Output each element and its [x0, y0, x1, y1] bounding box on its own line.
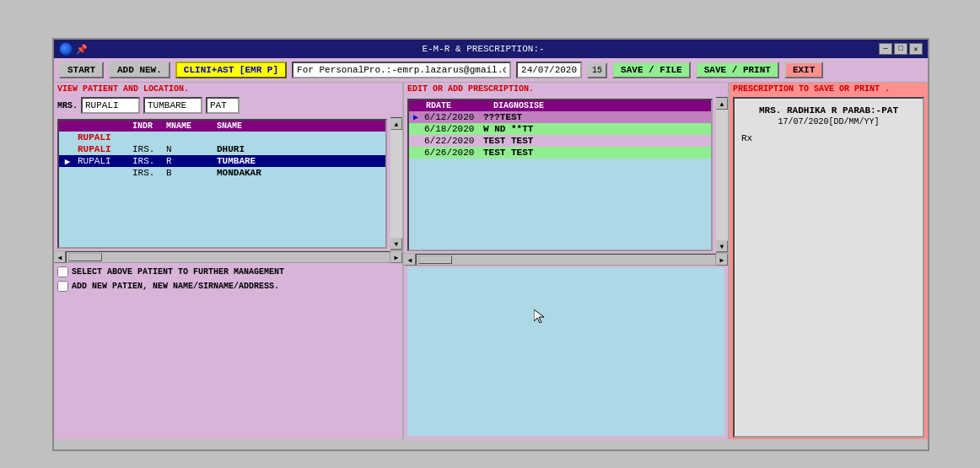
- vscroll-down[interactable]: ▼: [390, 238, 402, 250]
- header-arrow: [59, 121, 76, 132]
- date-display: 24/07/2020: [516, 62, 582, 78]
- row-indr: IRS.: [131, 155, 164, 167]
- row-first: RUPALI: [76, 132, 131, 143]
- add-new-patient-checkbox[interactable]: [57, 281, 68, 292]
- first-name-input[interactable]: [81, 97, 140, 114]
- left-panel: VIEW PATIENT AND LOCATION. MRS. INDR MNA: [54, 83, 404, 439]
- main-window: 📌 E-M-R & PRESCRIPTION:- — □ ✕ START ADD…: [52, 38, 929, 451]
- rx-hscroll-right[interactable]: ▶: [716, 254, 728, 266]
- patient-table-vscroll[interactable]: ▲ ▼: [390, 117, 402, 250]
- row-indr: [131, 137, 164, 138]
- row-diag: W ND **TT: [482, 123, 711, 135]
- select-patient-label: SELECT ABOVE PATIENT TO FURTHER MANAGEME…: [72, 267, 284, 277]
- row-date: 6/18/2020: [423, 123, 482, 135]
- row-first: [76, 172, 131, 174]
- header-diag: DIAGNOSISE: [490, 100, 711, 111]
- row-date: 6/26/2020: [423, 147, 482, 159]
- middle-panel: EDIT OR ADD PRESCRIPTION. RDATE DIAGNOSI…: [404, 83, 730, 439]
- right-panel-label: PRESCRIPTION TO SAVE OR PRINT .: [730, 83, 928, 95]
- rx-table-vscroll[interactable]: ▲ ▼: [716, 97, 728, 253]
- start-button[interactable]: START: [59, 62, 104, 78]
- rx-hscroll-thumb[interactable]: [418, 256, 452, 264]
- date-button[interactable]: 15: [587, 62, 607, 78]
- title-bar: 📌 E-M-R & PRESCRIPTION:- — □ ✕: [54, 40, 928, 58]
- table-row[interactable]: IRS. B MONDAKAR: [59, 167, 385, 179]
- row-mname: B: [164, 167, 215, 179]
- table-row[interactable]: RUPALI IRS. N DHURI: [59, 143, 385, 155]
- checkbox-row-1: SELECT ABOVE PATIENT TO FURTHER MANAGEME…: [54, 265, 402, 279]
- row-date: 6/22/2020: [423, 135, 482, 147]
- row-mname: N: [164, 143, 215, 155]
- vscroll-up[interactable]: ▲: [390, 118, 402, 130]
- header-mname: MNAME: [164, 121, 215, 132]
- row-diag: TEST TEST: [482, 135, 711, 147]
- patient-table: INDR MNAME SNAME RUPALI: [54, 117, 402, 250]
- row-sname: DHURI: [215, 143, 385, 155]
- table-row[interactable]: 6/26/2020 TEST TEST: [409, 147, 711, 159]
- left-panel-spacer: [54, 293, 402, 439]
- vscroll-track: [390, 130, 402, 238]
- save-print-button[interactable]: SAVE / PRINT: [696, 62, 779, 78]
- checkbox-row-2: ADD NEW PATIEN, NEW NAME/SIRNAME/ADDRESS…: [54, 279, 402, 293]
- minimize-button[interactable]: —: [879, 43, 892, 55]
- app-icon: [59, 42, 73, 56]
- maximize-button[interactable]: □: [894, 43, 907, 55]
- rx-hscroll-row: ◀ ▶: [404, 253, 728, 266]
- clinic-button[interactable]: CLINI+AST [EMR P]: [175, 62, 287, 78]
- row-sname: [215, 137, 385, 138]
- row-mname: R: [164, 155, 215, 167]
- rx-vscroll-up[interactable]: ▲: [716, 98, 728, 110]
- row-sname: TUMBARE: [215, 155, 385, 167]
- save-file-button[interactable]: SAVE / FILE: [612, 62, 691, 78]
- hscroll-thumb[interactable]: [68, 253, 102, 261]
- row-indr: IRS.: [131, 167, 164, 179]
- table-row[interactable]: 6/18/2020 W ND **TT: [409, 123, 711, 135]
- header-indr: INDR: [131, 121, 164, 132]
- patient-hscroll-row: ◀ ▶: [54, 250, 402, 263]
- rx-symbol: Rx: [741, 133, 916, 143]
- add-new-button[interactable]: ADD NEW.: [109, 62, 170, 78]
- cursor-area[interactable]: [407, 267, 724, 436]
- title-label: MRS.: [57, 101, 78, 110]
- last-name-input[interactable]: [143, 97, 202, 114]
- row-sname: MONDAKAR: [215, 167, 385, 179]
- select-patient-checkbox[interactable]: [57, 266, 68, 277]
- table-row[interactable]: ▶ 6/12/2020 ???TEST: [409, 111, 711, 123]
- header-first: [76, 121, 131, 132]
- patient-table-header: INDR MNAME SNAME: [59, 121, 385, 132]
- table-row[interactable]: ▶ RUPALI IRS. R TUMBARE: [59, 155, 385, 167]
- row-indr: IRS.: [131, 143, 164, 155]
- rx-vscroll-down[interactable]: ▼: [716, 240, 728, 252]
- right-panel: PRESCRIPTION TO SAVE OR PRINT . MRS. RAD…: [730, 83, 928, 439]
- rx-table: RDATE DIAGNOSISE ▶ 6/12/2020 ???TEST: [404, 97, 728, 253]
- hscroll-right[interactable]: ▶: [390, 251, 402, 263]
- rx-hscroll-track: [416, 254, 716, 266]
- row-mname: [164, 137, 215, 138]
- header-sname: SNAME: [215, 121, 385, 132]
- rx-hscroll-left[interactable]: ◀: [404, 254, 416, 266]
- rx-rows: ▶ 6/12/2020 ???TEST 6/18/2020 W ND **TT: [409, 111, 711, 250]
- rx-preview-box: MRS. RADHIKA R PARAB:-PAT 17/07/2020[DD/…: [733, 97, 924, 438]
- rx-preview-date: 17/07/2020[DD/MM/YY]: [741, 117, 916, 126]
- hscroll-left[interactable]: ◀: [54, 251, 66, 263]
- rx-patient-name: MRS. RADHIKA R PARAB:-PAT: [741, 105, 916, 116]
- table-row[interactable]: RUPALI: [59, 132, 385, 143]
- title-bar-left: 📌: [59, 42, 88, 56]
- toolbar: START ADD NEW. CLINI+AST [EMR P] 24/07/2…: [54, 58, 928, 83]
- table-row[interactable]: 6/22/2020 TEST TEST: [409, 135, 711, 147]
- patient-search-row: MRS.: [54, 95, 402, 116]
- pat-input[interactable]: [206, 97, 240, 114]
- header-marker: [409, 100, 423, 111]
- exit-button[interactable]: EXIT: [784, 62, 823, 78]
- patient-table-container: INDR MNAME SNAME RUPALI: [57, 119, 387, 249]
- rx-table-container: RDATE DIAGNOSISE ▶ 6/12/2020 ???TEST: [407, 99, 713, 251]
- email-input[interactable]: [292, 62, 511, 78]
- close-button[interactable]: ✕: [909, 43, 923, 55]
- row-first: RUPALI: [76, 143, 131, 155]
- svg-marker-0: [534, 309, 544, 323]
- row-date: 6/12/2020: [423, 111, 482, 123]
- bottom-status-bar: [54, 439, 928, 449]
- main-content: VIEW PATIENT AND LOCATION. MRS. INDR MNA: [54, 83, 928, 439]
- hscroll-track: [66, 251, 390, 263]
- title-bar-controls: — □ ✕: [879, 43, 923, 55]
